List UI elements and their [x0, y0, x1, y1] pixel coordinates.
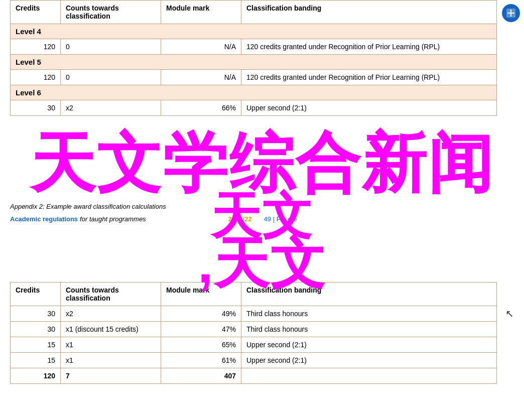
- table-row: 15x161%Upper second (2:1): [11, 353, 497, 368]
- table-row: 1207407: [11, 368, 497, 384]
- cell-classification: 120 credits granted under Recognition of…: [241, 70, 497, 85]
- lower-cell-credits: 30: [11, 306, 61, 322]
- upper-table: Credits Counts towards classification Mo…: [10, 0, 497, 116]
- lower-cell-module: 47%: [161, 322, 241, 337]
- lower-cell-classification: Third class honours: [241, 322, 497, 337]
- header-module: Module mark: [161, 1, 241, 24]
- table-row: 30x249%Third class honours: [11, 306, 497, 322]
- lower-cell-classification: [241, 368, 497, 384]
- table-row: 30x266%Upper second (2:1): [11, 100, 497, 116]
- lower-header-credits: Credits: [11, 283, 61, 306]
- level-row: Level 5: [11, 55, 497, 70]
- cell-credits: 30: [11, 100, 61, 116]
- lower-cell-module: 49%: [161, 306, 241, 322]
- footer-page: 49 | P a g e: [264, 215, 297, 223]
- appendix-text: Appendix 2: Example award classification…: [10, 203, 166, 210]
- footer-bar: Appendix 2: Example award classification…: [0, 201, 524, 212]
- watermark-line1: 天文学综合新闻: [0, 130, 524, 196]
- cell-counts: 0: [61, 39, 161, 55]
- lower-cell-counts: x1: [61, 337, 161, 353]
- lower-cell-module: 407: [161, 368, 241, 384]
- lower-cell-counts: x1 (discount 15 credits): [61, 322, 161, 337]
- cell-module: 66%: [161, 100, 241, 116]
- lower-cell-credits: 15: [11, 353, 61, 368]
- cell-counts: x2: [61, 100, 161, 116]
- regulations-label: Academic regulations: [10, 215, 78, 223]
- cell-credits: 120: [11, 39, 61, 55]
- cell-classification: 120 credits granted under Recognition of…: [241, 39, 497, 55]
- lower-cell-credits: 15: [11, 337, 61, 353]
- lower-header-row: Credits Counts towards classification Mo…: [11, 283, 497, 306]
- lower-header-counts: Counts towards classification: [61, 283, 161, 306]
- lower-cell-counts: 7: [61, 368, 161, 384]
- footer-bar2: Academic regulations for taught programm…: [0, 213, 524, 225]
- header-classification: Classification banding: [241, 1, 497, 24]
- level-row: Level 6: [11, 85, 497, 100]
- upper-header-row: Credits Counts towards classification Mo…: [11, 1, 497, 24]
- lower-cell-classification: Upper second (2:1): [241, 337, 497, 353]
- lower-cell-counts: x1: [61, 353, 161, 368]
- table-row: 1200N/A120 credits granted under Recogni…: [11, 39, 497, 55]
- cell-module: N/A: [161, 70, 241, 85]
- lower-cell-module: 61%: [161, 353, 241, 368]
- lower-header-module: Module mark: [161, 283, 241, 306]
- upper-section: Credits Counts towards classification Mo…: [10, 0, 497, 116]
- lower-table: Credits Counts towards classification Mo…: [10, 282, 497, 384]
- cell-module: N/A: [161, 39, 241, 55]
- footer-year: 2021/22: [228, 215, 252, 223]
- header-credits: Credits: [11, 1, 61, 24]
- footer-italic: for taught programmes: [80, 215, 146, 223]
- header-counts: Counts towards classification: [61, 1, 161, 24]
- page-wrapper: Credits Counts towards classification Mo…: [0, 0, 524, 420]
- lower-section: Credits Counts towards classification Mo…: [10, 282, 497, 384]
- cursor: ↖: [505, 308, 514, 320]
- lower-cell-classification: Third class honours: [241, 306, 497, 322]
- table-row: 1200N/A120 credits granted under Recogni…: [11, 70, 497, 85]
- top-icon: [502, 4, 520, 22]
- lower-cell-credits: 30: [11, 322, 61, 337]
- lower-cell-counts: x2: [61, 306, 161, 322]
- table-row: 15x165%Upper second (2:1): [11, 337, 497, 353]
- table-row: 30x1 (discount 15 credits)47%Third class…: [11, 322, 497, 337]
- lower-header-classification: Classification banding: [241, 283, 497, 306]
- cell-credits: 120: [11, 70, 61, 85]
- cell-classification: Upper second (2:1): [241, 100, 497, 116]
- cell-counts: 0: [61, 70, 161, 85]
- lower-cell-credits: 120: [11, 368, 61, 384]
- lower-cell-module: 65%: [161, 337, 241, 353]
- lower-cell-classification: Upper second (2:1): [241, 353, 497, 368]
- level-row: Level 4: [11, 24, 497, 39]
